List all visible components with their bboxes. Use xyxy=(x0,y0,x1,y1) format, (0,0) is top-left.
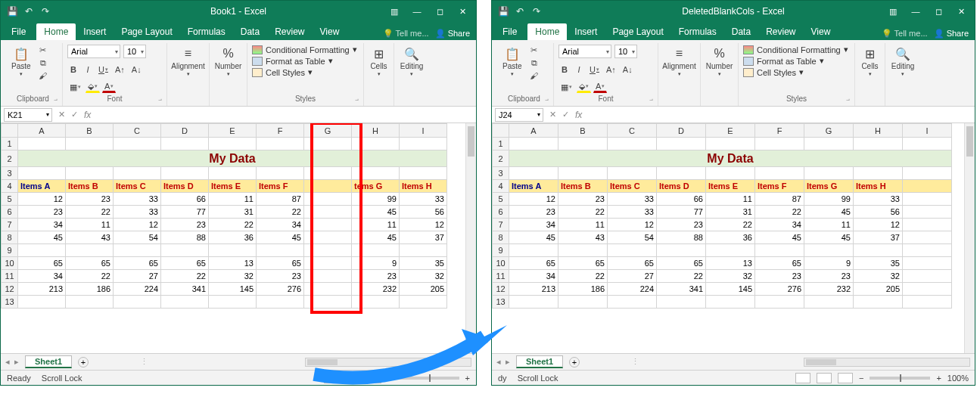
table-cell[interactable] xyxy=(509,296,558,309)
table-cell[interactable]: 37 xyxy=(854,231,903,244)
sheet-title[interactable]: My Data xyxy=(509,150,952,167)
table-cell[interactable] xyxy=(706,167,755,180)
table-cell[interactable] xyxy=(352,296,400,309)
maximize-icon[interactable]: ◻ xyxy=(928,4,949,19)
column-header[interactable]: G xyxy=(304,124,352,138)
table-cell[interactable]: 13 xyxy=(209,257,257,270)
table-cell[interactable] xyxy=(558,296,608,309)
tab-page-layout[interactable]: Page Layout xyxy=(605,23,670,40)
table-cell[interactable] xyxy=(161,167,209,180)
table-cell[interactable]: 36 xyxy=(706,231,755,244)
table-cell[interactable] xyxy=(755,138,804,150)
table-cell[interactable]: 87 xyxy=(755,193,804,206)
table-cell[interactable]: 32 xyxy=(854,270,903,283)
copy-icon[interactable]: ⧉ xyxy=(528,57,540,68)
tab-page-layout[interactable]: Page Layout xyxy=(114,23,179,40)
table-cell[interactable]: 23 xyxy=(509,206,558,219)
zoom-in-icon[interactable]: + xyxy=(465,374,470,383)
table-cell[interactable]: 54 xyxy=(114,231,161,244)
table-cell[interactable]: 9 xyxy=(352,257,400,270)
table-cell[interactable]: 33 xyxy=(400,193,447,206)
table-cell[interactable]: 34 xyxy=(18,270,66,283)
table-header[interactable]: tems G xyxy=(352,180,400,193)
table-cell[interactable] xyxy=(903,219,952,231)
table-cell[interactable] xyxy=(755,296,804,309)
table-header[interactable]: Items F xyxy=(755,180,804,193)
tell-me[interactable]: 💡 Tell me... xyxy=(882,29,928,39)
table-cell[interactable] xyxy=(558,167,608,180)
row-header[interactable]: 13 xyxy=(2,296,18,309)
table-cell[interactable] xyxy=(209,296,257,309)
table-cell[interactable] xyxy=(657,167,706,180)
table-cell[interactable] xyxy=(18,167,66,180)
table-cell[interactable] xyxy=(66,167,114,180)
table-cell[interactable]: 23 xyxy=(257,270,304,283)
cancel-formula-icon[interactable]: ✕ xyxy=(549,110,556,119)
table-cell[interactable] xyxy=(304,219,352,231)
table-cell[interactable]: 33 xyxy=(608,206,657,219)
table-cell[interactable]: 43 xyxy=(558,231,608,244)
normal-view-icon[interactable] xyxy=(795,373,810,383)
table-cell[interactable]: 88 xyxy=(161,231,209,244)
table-cell[interactable]: 186 xyxy=(558,283,608,296)
decrease-font-icon[interactable]: A↓ xyxy=(129,64,144,76)
share-button[interactable]: 👤 Share xyxy=(435,29,470,39)
sheet-nav-prev-icon[interactable]: ◂ xyxy=(5,357,10,367)
table-cell[interactable] xyxy=(608,167,657,180)
table-cell[interactable]: 22 xyxy=(558,206,608,219)
number-format-button[interactable]: %Number▾ xyxy=(214,45,242,79)
ribbon-options-icon[interactable]: ▥ xyxy=(882,4,904,19)
table-cell[interactable]: 23 xyxy=(755,270,804,283)
table-cell[interactable] xyxy=(304,244,352,257)
cell-styles-button[interactable]: Cell Styles▾ xyxy=(252,67,359,77)
table-cell[interactable]: 11 xyxy=(804,219,854,231)
table-cell[interactable]: 32 xyxy=(209,270,257,283)
font-name-combo[interactable]: Arial xyxy=(67,45,120,58)
tab-home[interactable]: Home xyxy=(36,23,76,40)
column-header[interactable]: B xyxy=(66,124,114,138)
row-header[interactable]: 5 xyxy=(493,193,509,206)
table-cell[interactable]: 99 xyxy=(352,193,400,206)
table-header[interactable] xyxy=(903,180,952,193)
row-header[interactable]: 9 xyxy=(2,244,18,257)
table-cell[interactable] xyxy=(18,138,66,150)
table-cell[interactable] xyxy=(903,138,952,150)
table-cell[interactable]: 37 xyxy=(400,231,447,244)
column-header[interactable]: C xyxy=(114,124,161,138)
table-cell[interactable]: 22 xyxy=(209,219,257,231)
tab-data[interactable]: Data xyxy=(724,23,758,40)
increase-font-icon[interactable]: A↑ xyxy=(113,64,127,76)
table-cell[interactable]: 23 xyxy=(161,219,209,231)
table-cell[interactable]: 22 xyxy=(66,206,114,219)
table-cell[interactable]: 33 xyxy=(608,193,657,206)
row-header[interactable]: 1 xyxy=(2,138,18,150)
cell-styles-button[interactable]: Cell Styles▾ xyxy=(743,67,850,77)
close-icon[interactable]: ✕ xyxy=(950,4,972,19)
table-cell[interactable] xyxy=(352,167,400,180)
row-header[interactable]: 5 xyxy=(2,193,18,206)
table-cell[interactable]: 31 xyxy=(706,206,755,219)
new-sheet-icon[interactable]: + xyxy=(569,357,580,368)
zoom-slider[interactable] xyxy=(399,377,459,380)
table-cell[interactable]: 341 xyxy=(657,283,706,296)
table-cell[interactable] xyxy=(903,167,952,180)
table-cell[interactable]: 36 xyxy=(209,231,257,244)
table-cell[interactable] xyxy=(657,296,706,309)
table-cell[interactable]: 205 xyxy=(400,283,447,296)
table-cell[interactable]: 65 xyxy=(66,257,114,270)
format-as-table-button[interactable]: Format as Table▾ xyxy=(743,56,850,66)
table-cell[interactable]: 27 xyxy=(608,270,657,283)
page-layout-view-icon[interactable] xyxy=(817,373,832,383)
tell-me[interactable]: 💡 Tell me... xyxy=(383,29,429,39)
table-cell[interactable]: 31 xyxy=(209,206,257,219)
table-cell[interactable]: 232 xyxy=(804,283,854,296)
table-cell[interactable]: 232 xyxy=(352,283,400,296)
table-cell[interactable] xyxy=(509,138,558,150)
table-cell[interactable]: 22 xyxy=(161,270,209,283)
table-cell[interactable]: 23 xyxy=(18,206,66,219)
table-header[interactable]: Items E xyxy=(706,180,755,193)
table-cell[interactable]: 213 xyxy=(18,283,66,296)
table-cell[interactable]: 11 xyxy=(558,219,608,231)
table-cell[interactable] xyxy=(804,296,854,309)
fx-icon[interactable]: fx xyxy=(84,110,91,120)
